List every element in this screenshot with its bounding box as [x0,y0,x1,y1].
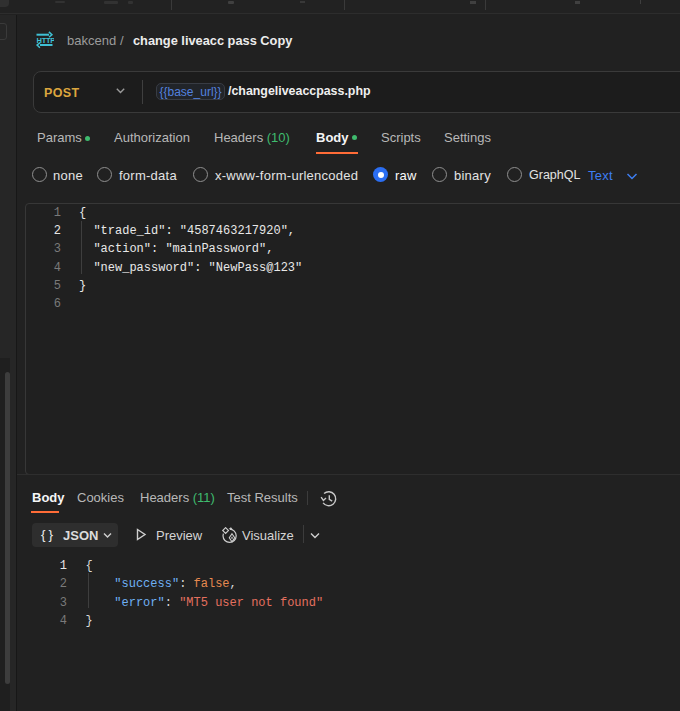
svg-text:HTTP: HTTP [37,36,55,45]
